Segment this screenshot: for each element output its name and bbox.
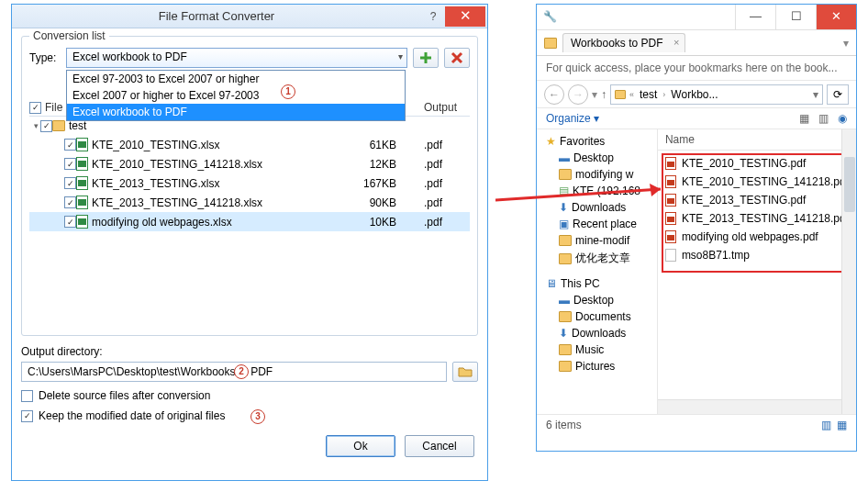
cancel-button[interactable]: Cancel [405, 435, 474, 457]
up-button[interactable]: ↑ [601, 88, 606, 101]
table-row[interactable]: KTE_2010_TESTING_141218.xlsx 12KB .pdf [29, 154, 470, 173]
wrench-icon[interactable]: 🔧 [537, 5, 562, 29]
status-bar: 6 items ▥ ▦ [537, 414, 856, 435]
titlebar: File Format Converter ? ✕ [12, 5, 487, 28]
folder-icon [559, 169, 572, 180]
checkbox[interactable] [64, 196, 76, 208]
help-icon[interactable]: ◉ [838, 112, 847, 125]
type-dropdown[interactable]: Excel 97-2003 to Excel 2007 or higher Ex… [66, 70, 406, 121]
address-bar[interactable]: « test › Workbo... ▾ [610, 84, 823, 105]
nav-item[interactable]: Documents [539, 308, 655, 325]
drive-icon: ▤ [559, 184, 569, 197]
scrollbar-thumb[interactable] [844, 157, 855, 212]
nav-item[interactable]: Music [539, 341, 655, 358]
type-combo[interactable]: Excel workbook to PDF ▾ [66, 48, 407, 68]
download-icon: ⬇ [559, 201, 568, 214]
column-header-name[interactable]: Name [658, 129, 856, 151]
file-size: 61KB [341, 139, 424, 151]
tab-strip: Workbooks to PDF × ▾ [537, 30, 856, 56]
close-button[interactable]: ✕ [816, 5, 856, 29]
refresh-button[interactable]: ⟳ [827, 84, 849, 105]
nav-item[interactable]: ▬Desktop [539, 292, 655, 308]
collapse-icon[interactable]: ▾ [31, 121, 40, 130]
vertical-scrollbar[interactable] [841, 129, 856, 414]
chevron-down-icon[interactable]: ▾ [843, 37, 856, 50]
star-icon: ★ [546, 135, 556, 148]
pdf-icon [665, 212, 676, 225]
type-label: Type: [29, 51, 61, 64]
excel-icon [76, 138, 88, 151]
checkbox[interactable] [64, 177, 76, 189]
keep-date-row[interactable]: Keep the modified date of original files… [21, 409, 478, 422]
checkbox[interactable] [21, 390, 33, 402]
badge-3: 3 [250, 409, 265, 424]
remove-button[interactable] [444, 48, 470, 68]
badge-1: 1 [281, 84, 295, 99]
nav-this-pc[interactable]: 🖥This PC [539, 275, 655, 292]
add-button[interactable] [413, 48, 439, 68]
preview-pane-icon[interactable]: ▥ [818, 112, 829, 125]
close-tab-icon[interactable]: × [673, 37, 679, 48]
nav-favorites[interactable]: ★Favorites [539, 133, 655, 150]
view-icon[interactable]: ▦ [799, 112, 809, 125]
file-list-pane: Name KTE_2010_TESTING.pdf KTE_2010_TESTI… [658, 129, 856, 414]
desktop-icon: ▬ [559, 151, 570, 164]
back-button[interactable]: ← [544, 84, 564, 105]
checkbox[interactable] [64, 139, 76, 151]
file-size: 10KB [341, 216, 424, 229]
table-row[interactable]: KTE_2013_TESTING_141218.xlsx 90KB .pdf [29, 193, 470, 212]
delete-source-label: Delete source files after conversion [39, 389, 210, 402]
type-option[interactable]: Excel 2007 or higher to Excel 97-2003 [67, 87, 405, 104]
toolbar: Organize ▾ ▦ ▥ ◉ [537, 108, 856, 129]
horizontal-scrollbar[interactable] [658, 399, 841, 414]
maximize-button[interactable]: ☐ [775, 5, 816, 29]
group-legend: Conversion list [29, 29, 109, 42]
type-option[interactable]: Excel 97-2003 to Excel 2007 or higher [67, 71, 405, 87]
file-name: KTE_2010_TESTING.xlsx [92, 139, 341, 151]
icons-view-icon[interactable]: ▦ [837, 419, 847, 431]
table-row[interactable]: KTE_2010_TESTING.xlsx 61KB .pdf [29, 135, 470, 154]
delete-source-row[interactable]: Delete source files after conversion [21, 389, 478, 402]
desktop-icon: ▬ [559, 294, 570, 307]
pc-icon: 🖥 [546, 277, 557, 290]
chevron-down-icon[interactable]: ▾ [813, 88, 818, 101]
close-button[interactable]: ✕ [445, 6, 485, 27]
help-button[interactable]: ? [421, 10, 445, 23]
checkbox[interactable] [64, 216, 76, 228]
output-dir-label: Output directory: [21, 345, 478, 358]
table-row[interactable]: KTE_2013_TESTING.xlsx 167KB .pdf [29, 173, 470, 193]
nav-item[interactable]: ▣Recent place [539, 216, 655, 232]
highlight-box [662, 153, 845, 273]
nav-item[interactable]: ▤KTE (192.168 [539, 183, 655, 199]
breadcrumb[interactable]: Workbo... [669, 88, 719, 101]
forward-button[interactable]: → [568, 84, 588, 105]
organize-menu[interactable]: Organize ▾ [546, 112, 599, 125]
breadcrumb[interactable]: test [638, 88, 659, 101]
nav-item[interactable]: Pictures [539, 358, 655, 375]
folder-icon [559, 344, 572, 355]
excel-icon [76, 157, 88, 171]
checkbox[interactable] [21, 410, 33, 422]
nav-item[interactable]: modifying w [539, 166, 655, 183]
tab[interactable]: Workbooks to PDF × [562, 33, 685, 52]
nav-item[interactable]: ⬇Downloads [539, 325, 655, 341]
folder-label: test [69, 119, 86, 132]
file-name: KTE_2010_TESTING_141218.xlsx [92, 158, 341, 171]
browse-button[interactable] [452, 362, 478, 382]
nav-item[interactable]: ⬇Downloads [539, 199, 655, 216]
nav-item[interactable]: 优化老文章 [539, 249, 655, 268]
tab-label: Workbooks to PDF [571, 37, 662, 50]
x-icon [451, 51, 463, 64]
recent-dropdown-icon[interactable]: ▾ [592, 88, 597, 101]
details-view-icon[interactable]: ▥ [821, 419, 831, 431]
table-row[interactable]: modifying old webpages.xlsx 10KB .pdf [29, 212, 470, 231]
ok-button[interactable]: Ok [326, 435, 395, 457]
minimize-button[interactable]: — [735, 5, 775, 29]
file-out: .pdf [424, 139, 470, 151]
nav-item[interactable]: mine-modif [539, 232, 655, 249]
type-option-selected[interactable]: Excel workbook to PDF [67, 104, 405, 120]
checkbox[interactable] [64, 158, 76, 170]
select-all-checkbox[interactable] [29, 102, 41, 114]
nav-item[interactable]: ▬Desktop [539, 150, 655, 166]
checkbox[interactable] [40, 120, 52, 132]
